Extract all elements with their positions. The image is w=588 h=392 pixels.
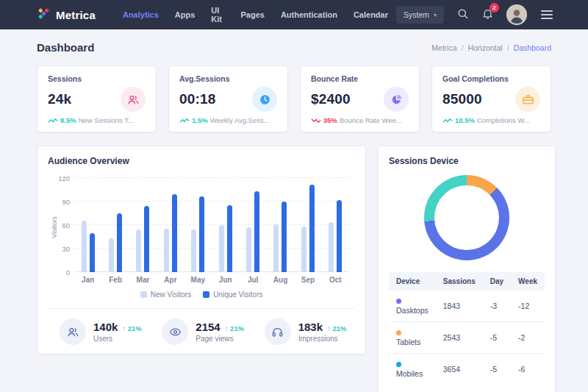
bar-new-visitors-feb[interactable]: [109, 238, 114, 272]
stat-card-title: Goal Completions: [442, 74, 540, 83]
kpi-delta: ↑ 21%: [327, 324, 346, 332]
legend-swatch: [140, 291, 147, 298]
eye-icon: [162, 318, 188, 345]
bar-series: [74, 178, 349, 272]
x-tick-jun: Jun: [212, 276, 239, 284]
nav-item-authentication[interactable]: Authentication: [273, 6, 345, 24]
x-tick-mar: Mar: [129, 276, 157, 284]
bar-new-visitors-mar[interactable]: [136, 229, 141, 272]
kpi-text: 183k↑ 21%Impressions: [298, 321, 347, 343]
breadcrumb-item-metrica[interactable]: Metrica: [431, 43, 456, 52]
bar-unique-visitors-feb[interactable]: [117, 213, 122, 272]
system-dropdown[interactable]: System ▾: [396, 6, 444, 24]
menu-toggle-icon[interactable]: [539, 9, 554, 21]
table-row-tablets: Tablets2543-5-2: [389, 322, 545, 354]
device-cell: Mobiles: [389, 354, 436, 385]
stat-card-row: Sessions24k8.5%New Sessions T...Avg.Sess…: [37, 65, 551, 132]
breadcrumb-item-horizontal[interactable]: Horizontal: [467, 43, 502, 52]
table-row-mobiles: Mobiles3654-5-6: [389, 354, 545, 385]
x-axis-labels: JanFebMarAprMayJunJulAugSepOct: [74, 276, 349, 284]
nav-item-apps[interactable]: Apps: [167, 6, 204, 24]
metrica-logo-icon: [37, 7, 51, 24]
bar-chart-plot: 0306090120: [74, 178, 349, 272]
bar-unique-visitors-jul[interactable]: [254, 191, 259, 272]
trend-up-icon: [179, 118, 190, 124]
sessions-device-card: Sessions Device DeviceSassionsDayWeek Da…: [378, 146, 556, 392]
bar-new-visitors-sep[interactable]: [301, 227, 306, 272]
briefcase-icon: [515, 87, 540, 112]
trend-percentage: 8.5%: [60, 116, 76, 124]
bar-unique-visitors-apr[interactable]: [172, 194, 177, 272]
bar-unique-visitors-jan[interactable]: [90, 233, 95, 272]
kpi-text: 2154↑ 21%Page views: [196, 321, 244, 343]
bar-new-visitors-apr[interactable]: [164, 229, 169, 272]
bar-new-visitors-jun[interactable]: [219, 225, 224, 272]
stat-card-sessions: Sessions24k8.5%New Sessions T...: [37, 65, 157, 132]
search-icon: [456, 7, 469, 22]
kpi-text: 140k↑ 21%Users: [93, 321, 142, 343]
trend-note: Weekly Avg.Sess...: [210, 116, 270, 124]
audience-overview-card: Audience Overview Visitors 0306090120 Ja…: [37, 146, 366, 354]
user-avatar[interactable]: [506, 4, 527, 25]
nav-item-analytics[interactable]: Analytics: [115, 6, 167, 24]
legend-swatch: [203, 291, 209, 298]
trend-percentage: 10.5%: [455, 116, 475, 124]
bar-unique-visitors-jun[interactable]: [227, 205, 232, 272]
brand-name: Metrica: [56, 9, 96, 21]
bar-group-oct: [329, 178, 342, 272]
bar-new-visitors-jul[interactable]: [246, 227, 251, 272]
bar-unique-visitors-may[interactable]: [199, 196, 204, 272]
brand[interactable]: Metrica: [37, 7, 96, 24]
bar-unique-visitors-oct[interactable]: [337, 200, 342, 272]
notifications-button[interactable]: 2: [481, 7, 494, 22]
sessions-cell: 3654: [436, 354, 483, 385]
legend-item-new-visitors[interactable]: New Visitors: [140, 291, 191, 299]
clock-icon: [252, 87, 277, 112]
y-tick-label: 90: [51, 198, 70, 206]
kpi-value-row: 2154↑ 21%: [196, 321, 244, 333]
trend-percentage: 35%: [323, 116, 337, 124]
legend-item-unique-visitors[interactable]: Unique Visitors: [203, 291, 262, 299]
stat-card-value: 85000: [442, 91, 482, 107]
navbar: Metrica AnalyticsAppsUI KitPagesAuthenti…: [0, 0, 588, 29]
device-cell: Dasktops: [389, 291, 436, 322]
week-cell: -12: [511, 291, 545, 322]
bar-unique-visitors-sep[interactable]: [309, 185, 315, 272]
breadcrumb-separator: /: [507, 43, 509, 52]
search-button[interactable]: [456, 7, 469, 22]
page-content: Dashboard Metrica/Horizontal/Dashboard S…: [0, 29, 588, 392]
bar-group-mar: [136, 178, 149, 272]
trend-note: New Sessions T...: [79, 116, 134, 124]
stat-card-trend: 35%Bounce Rate Wee...: [311, 116, 409, 124]
nav-item-ui-kit[interactable]: UI Kit: [203, 1, 232, 28]
sessions-device-title: Sessions Device: [389, 156, 545, 166]
nav-item-pages[interactable]: Pages: [232, 6, 272, 24]
bar-new-visitors-aug[interactable]: [273, 224, 279, 272]
bar-new-visitors-oct[interactable]: [329, 222, 334, 272]
x-tick-jan: Jan: [74, 276, 101, 284]
kpi-delta: ↑ 21%: [225, 324, 244, 332]
trend-up-icon: [442, 118, 453, 124]
bar-group-sep: [301, 178, 315, 272]
bar-new-visitors-jan[interactable]: [82, 221, 87, 272]
audience-bar-chart: Visitors 0306090120 JanFebMarAprMayJunJu…: [48, 178, 355, 284]
day-cell: -5: [483, 322, 511, 354]
device-table-header-row: DeviceSassionsDayWeek: [389, 272, 545, 291]
week-cell: -6: [511, 354, 545, 385]
nav-item-calendar[interactable]: Calendar: [345, 6, 396, 24]
bar-unique-visitors-aug[interactable]: [282, 202, 287, 272]
kpi-value-row: 183k↑ 21%: [298, 321, 347, 333]
users-icon: [60, 318, 86, 345]
kpi-label: Users: [93, 335, 142, 343]
trend-note: Bounce Rate Wee...: [340, 116, 402, 124]
bar-unique-visitors-mar[interactable]: [144, 206, 149, 272]
day-cell: -5: [483, 354, 511, 385]
bar-new-visitors-may[interactable]: [191, 229, 196, 272]
kpi-delta: ↑ 21%: [122, 324, 141, 332]
table-row-dasktops: Dasktops1843-3-12: [389, 291, 545, 322]
breadcrumb-separator: /: [462, 43, 464, 52]
x-tick-may: May: [184, 276, 212, 284]
bar-group-feb: [109, 178, 122, 272]
kpi-page-views: 2154↑ 21%Page views: [150, 318, 252, 345]
pie-icon: [384, 87, 409, 112]
